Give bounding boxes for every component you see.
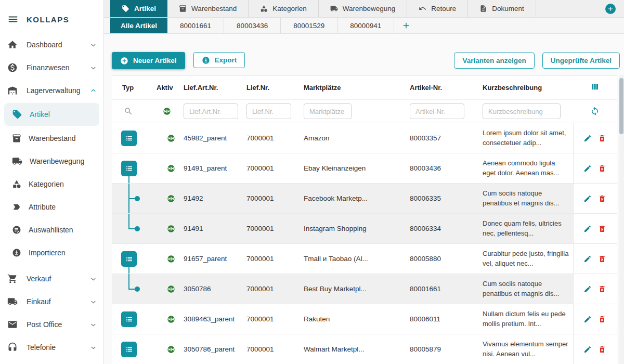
button-label: Neuer Artikel xyxy=(133,57,177,64)
cell-kurzbeschreibung: Aenean commodo ligula eget dolor. Aenean… xyxy=(483,159,570,177)
sidebar-item-dashboard[interactable]: Dashboard xyxy=(0,33,103,56)
subtab-article[interactable]: 80000941 xyxy=(337,18,394,33)
tab-label: Dokument xyxy=(492,5,524,12)
add-module-tab-button[interactable] xyxy=(605,4,616,14)
scrollbar-thumb[interactable] xyxy=(619,78,623,134)
cell-kurzbeschreibung: Lorem ipsum dolor sit amet, consectetuer… xyxy=(483,128,570,147)
checklist-circle-icon xyxy=(12,225,21,235)
cell-lief-art-nr: 91492 xyxy=(179,184,242,214)
tab-label: Warenbewegung xyxy=(343,5,396,12)
edit-icon[interactable] xyxy=(583,164,592,173)
edit-icon[interactable] xyxy=(583,315,592,323)
cell-artikel-nr: 80003436 xyxy=(406,153,478,184)
sidebar-item-post-office[interactable]: Post Office xyxy=(0,313,103,336)
delete-icon[interactable] xyxy=(598,225,606,233)
sidebar-item-telefonie[interactable]: Telefonie xyxy=(0,336,103,359)
sidebar-item-warenbewegung[interactable]: Warenbewegung xyxy=(0,150,103,173)
category-icon xyxy=(12,179,21,189)
tab-retoure[interactable]: Retoure xyxy=(407,0,468,17)
app-window: KOLLAPS Dashboard Finanzwesen Lagerverwa… xyxy=(0,0,624,364)
cell-lief-nr: 7000001 xyxy=(242,304,300,334)
edit-icon[interactable] xyxy=(583,194,592,203)
table-row[interactable]: 3089463_parent 7000001 Rakuten 80006011 … xyxy=(112,304,617,334)
sidebar-item-finanzwesen[interactable]: Finanzwesen xyxy=(0,56,103,79)
return-arrow-icon xyxy=(419,5,426,12)
show-variants-button[interactable]: Varianten anzeigen xyxy=(454,53,534,69)
filter-artikel-nr-input[interactable] xyxy=(410,103,464,119)
tab-artikel[interactable]: Artikel xyxy=(110,0,167,17)
table-row[interactable]: 91491_parent 7000001 Ebay Kleinanzeigen … xyxy=(112,153,617,184)
sidebar-item-lagerverwaltung[interactable]: Lagerverwaltung xyxy=(0,79,103,102)
edit-icon[interactable] xyxy=(583,285,592,293)
cell-lief-nr: 7000001 xyxy=(242,184,300,214)
new-article-button[interactable]: Neuer Artikel xyxy=(112,52,185,69)
add-article-tab-button[interactable] xyxy=(401,21,411,30)
subtab-article[interactable]: 80003436 xyxy=(224,18,281,33)
sidebar-item-warenbestand[interactable]: Warenbestand xyxy=(0,127,103,150)
tab-warenbewegung[interactable]: Warenbewegung xyxy=(319,0,408,17)
cell-lief-art-nr: 3050786 xyxy=(179,274,242,304)
filter-lief-art-nr-input[interactable] xyxy=(184,103,238,119)
delete-icon[interactable] xyxy=(598,285,606,293)
table-row[interactable]: 3050786_parent 7000001 Walmart Marketpl.… xyxy=(112,334,617,364)
sidebar-item-auswahllisten[interactable]: Auswahllisten xyxy=(0,218,103,241)
sidebar-item-attribute[interactable]: Attribute xyxy=(0,196,103,218)
type-list-icon[interactable] xyxy=(121,131,137,146)
active-status-icon xyxy=(167,225,176,233)
delete-icon[interactable] xyxy=(598,194,606,203)
hamburger-menu-icon[interactable] xyxy=(7,14,19,25)
mail-icon xyxy=(7,319,18,330)
sidebar-item-importieren[interactable]: Importieren xyxy=(0,241,103,264)
sidebar-item-einkauf[interactable]: Einkauf xyxy=(0,290,103,313)
table-row-child[interactable]: 91492 7000001 Facebook Marketp... 800063… xyxy=(112,184,617,214)
subtab-article[interactable]: 80001661 xyxy=(167,18,224,33)
subtab-alle-artikel[interactable]: Alle Artikel xyxy=(110,18,167,33)
table-row-child[interactable]: 91491 7000001 Instagram Shopping 8000633… xyxy=(112,214,617,244)
export-button[interactable]: Export xyxy=(193,52,245,68)
chevron-down-icon xyxy=(89,64,97,72)
delete-icon[interactable] xyxy=(598,345,606,354)
sidebar-item-label: Kategorien xyxy=(29,180,97,188)
edit-icon[interactable] xyxy=(583,134,592,142)
unchecked-articles-button[interactable]: Ungeprüfte Artikel xyxy=(542,53,620,69)
table-row[interactable]: 45982_parent 7000001 Amazon 80003357 Lor… xyxy=(112,123,617,153)
cell-marktplaetze: Ebay Kleinanzeigen xyxy=(300,153,406,184)
delete-icon[interactable] xyxy=(598,315,606,323)
delete-icon[interactable] xyxy=(598,134,606,142)
sidebar-item-artikel[interactable]: Artikel xyxy=(4,103,99,126)
tab-label: Retoure xyxy=(431,5,456,12)
tab-warenbestand[interactable]: Warenbestand xyxy=(167,0,249,17)
type-list-icon[interactable] xyxy=(121,311,137,327)
main-area: Artikel Warenbestand Kategorien Warenbew… xyxy=(104,0,624,364)
toolbar-left: Neuer Artikel Export xyxy=(112,52,245,69)
sidebar-item-verkauf[interactable]: Verkauf xyxy=(0,267,103,290)
edit-icon[interactable] xyxy=(583,345,592,354)
tab-label: Warenbestand xyxy=(191,5,237,12)
filter-lief-nr-input[interactable] xyxy=(246,103,291,119)
delete-icon[interactable] xyxy=(598,255,606,263)
table-row[interactable]: 91657_parent 7000001 Tmall и Taobao (Al.… xyxy=(112,244,617,274)
active-status-icon xyxy=(167,285,176,293)
refresh-icon[interactable] xyxy=(590,107,600,116)
tab-dokument[interactable]: Dokument xyxy=(468,0,536,17)
search-icon[interactable] xyxy=(124,107,133,116)
active-filter-toggle-icon[interactable] xyxy=(163,107,172,115)
subtab-article[interactable]: 80001529 xyxy=(281,18,337,33)
sidebar: KOLLAPS Dashboard Finanzwesen Lagerverwa… xyxy=(0,0,104,364)
column-settings-icon[interactable] xyxy=(590,82,600,92)
type-list-icon[interactable] xyxy=(121,161,137,176)
delete-icon[interactable] xyxy=(598,164,606,173)
scrollbar-track[interactable] xyxy=(619,75,624,364)
edit-icon[interactable] xyxy=(583,255,592,263)
cell-kurzbeschreibung: Curabitur pede justo, fringilla vel, ali… xyxy=(483,249,570,268)
edit-icon[interactable] xyxy=(583,225,592,233)
tab-kategorien[interactable]: Kategorien xyxy=(249,0,318,17)
type-list-icon[interactable] xyxy=(121,342,137,357)
type-list-icon[interactable] xyxy=(121,251,137,267)
filter-kurzbeschreibung-input[interactable] xyxy=(483,103,561,119)
sidebar-item-label: Verkauf xyxy=(27,275,89,283)
sidebar-item-kategorien[interactable]: Kategorien xyxy=(0,173,103,196)
sidebar-header: KOLLAPS xyxy=(0,0,103,33)
table-row-child[interactable]: 3050786 7000001 Best Buy Marketpl... 800… xyxy=(112,274,617,304)
filter-marktplaetze-input[interactable] xyxy=(304,103,352,119)
